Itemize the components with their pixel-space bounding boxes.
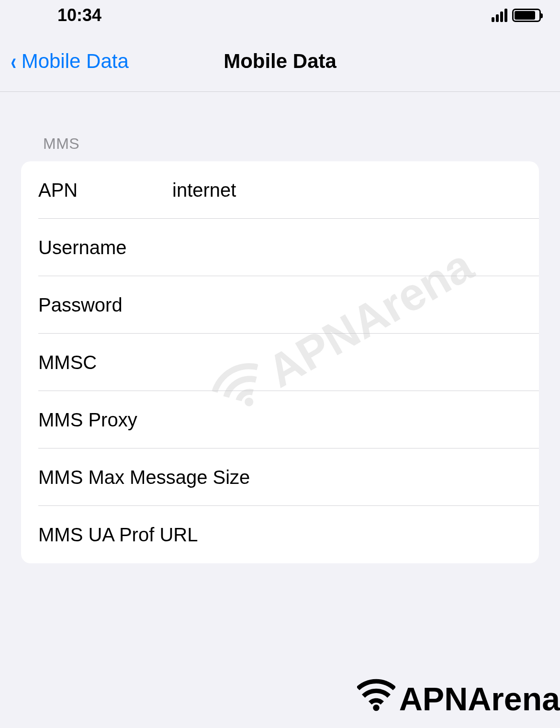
watermark-bottom: APNArena <box>357 679 560 718</box>
row-mms-ua-prof[interactable]: MMS UA Prof URL <box>21 506 539 563</box>
row-mms-proxy[interactable]: MMS Proxy <box>21 391 539 448</box>
back-button[interactable]: ‹ Mobile Data <box>10 49 129 73</box>
row-mmsc[interactable]: MMSC <box>21 334 539 391</box>
input-password[interactable] <box>172 294 522 316</box>
row-password[interactable]: Password <box>21 276 539 334</box>
status-icons <box>492 9 541 22</box>
input-mms-max-size[interactable] <box>250 467 522 488</box>
label-apn: APN <box>38 179 172 201</box>
settings-group-mms: APN Username Password MMSC MMS Proxy MMS… <box>21 161 539 563</box>
watermark-text: APNArena <box>399 680 560 717</box>
label-mmsc: MMSC <box>38 352 172 373</box>
wifi-icon <box>357 679 395 718</box>
row-apn[interactable]: APN <box>21 161 539 219</box>
input-username[interactable] <box>172 237 522 258</box>
input-mmsc[interactable] <box>172 352 522 373</box>
label-password: Password <box>38 294 172 316</box>
label-mms-max-size: MMS Max Message Size <box>38 467 250 488</box>
page-title: Mobile Data <box>224 50 336 73</box>
label-username: Username <box>38 237 172 258</box>
back-label: Mobile Data <box>22 50 129 73</box>
battery-icon <box>512 9 541 22</box>
section-header-mms: MMS <box>0 92 560 161</box>
chevron-left-icon: ‹ <box>11 49 16 73</box>
input-mms-proxy[interactable] <box>137 409 522 431</box>
status-bar: 10:34 <box>0 0 560 31</box>
signal-icon <box>492 9 507 22</box>
label-mms-proxy: MMS Proxy <box>38 409 137 431</box>
input-mms-ua-prof[interactable] <box>198 524 522 546</box>
row-username[interactable]: Username <box>21 219 539 276</box>
label-mms-ua-prof: MMS UA Prof URL <box>38 524 198 546</box>
navigation-bar: ‹ Mobile Data Mobile Data <box>0 31 560 92</box>
input-apn[interactable] <box>172 179 522 201</box>
row-mms-max-size[interactable]: MMS Max Message Size <box>21 448 539 506</box>
status-time: 10:34 <box>57 5 101 25</box>
